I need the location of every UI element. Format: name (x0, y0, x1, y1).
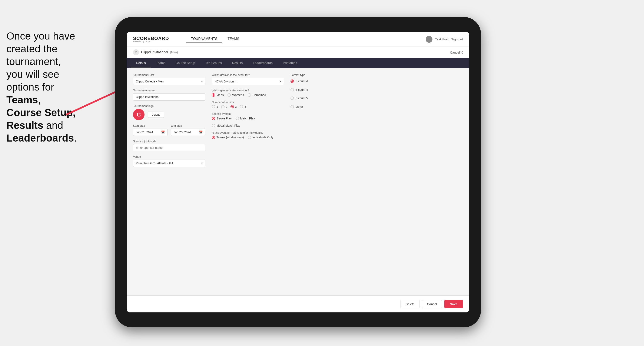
tab-printables[interactable]: Printables (278, 58, 302, 68)
format-6count4-label: 6 count 4 (296, 88, 308, 91)
scoring-stroke-option[interactable]: Stroke Play (212, 117, 232, 120)
tournament-name-input[interactable] (133, 93, 205, 101)
rounds-4-option[interactable]: 4 (240, 105, 246, 108)
gender-combined-option[interactable]: Combined (248, 93, 266, 97)
scoring-match-radio[interactable] (236, 117, 239, 120)
scoring-radio-group: Stroke Play Match Play Medal Match Play (212, 117, 284, 127)
bottom-bar: Delete Cancel Save (127, 295, 469, 312)
format-6count5-option[interactable]: 6 count 5 (290, 97, 346, 100)
main-content: Tournament Host Clippd College - Men Tou… (127, 68, 469, 297)
nav-tournaments[interactable]: TOURNAMENTS (186, 35, 222, 43)
back-icon[interactable]: C (133, 49, 139, 55)
end-date-input[interactable]: Jan 23, 2024 📅 (171, 129, 205, 136)
individuals-only-option[interactable]: Individuals Only (248, 136, 274, 139)
tournament-logo-label: Tournament logo (133, 104, 205, 108)
format-5count4-radio[interactable] (290, 79, 294, 83)
upload-button[interactable]: Upload (148, 112, 164, 118)
delete-button[interactable]: Delete (400, 300, 420, 308)
rounds-2-label: 2 (226, 105, 228, 108)
venue-select[interactable]: Peachtree GC - Atlanta - GA (133, 160, 205, 167)
division-select[interactable]: NCAA Division III (212, 78, 284, 85)
rounds-3-option[interactable]: 3 (230, 105, 237, 108)
tab-results[interactable]: Results (227, 58, 248, 68)
nav-teams[interactable]: TEAMS (222, 35, 244, 43)
end-date-label: End date (171, 124, 205, 127)
sponsor-label: Sponsor (optional) (133, 140, 205, 143)
rounds-4-label: 4 (244, 105, 246, 108)
breadcrumb-bar: C Clippd Invitational (Men) Cancel X (127, 47, 469, 58)
tab-tee-groups[interactable]: Tee Groups (200, 58, 227, 68)
format-6count5-radio[interactable] (290, 97, 294, 100)
rounds-4-radio[interactable] (240, 105, 243, 108)
tournament-host-select[interactable]: Clippd College - Men (133, 78, 205, 85)
header-nav: TOURNAMENTS TEAMS (186, 35, 244, 43)
tournament-name: Clippd Invitational (141, 50, 168, 54)
tab-teams[interactable]: Teams (151, 58, 170, 68)
date-fields-row: Start date Jan 21, 2024 📅 End date Jan 2… (133, 124, 205, 136)
scoring-match-label: Match Play (240, 117, 255, 120)
save-button[interactable]: Save (444, 300, 463, 308)
rounds-2-option[interactable]: 2 (221, 105, 228, 108)
cancel-button[interactable]: Cancel (422, 300, 442, 308)
individuals-teams-radio[interactable] (212, 136, 215, 139)
gender-womens-radio[interactable] (228, 93, 231, 97)
individuals-field: Is this event for Teams and/or Individua… (212, 131, 284, 139)
format-other-label: Other (296, 105, 303, 108)
scoring-medal-label: Medal Match Play (216, 124, 240, 127)
gender-mens-radio[interactable] (212, 93, 215, 97)
tab-leaderboards[interactable]: Leaderboards (248, 58, 278, 68)
tournament-host-field: Tournament Host Clippd College - Men (133, 73, 205, 85)
division-field: Which division is the event for? NCAA Di… (212, 73, 284, 85)
left-column: Tournament Host Clippd College - Men Tou… (133, 73, 205, 291)
format-6count4-radio[interactable] (290, 88, 294, 91)
header-right: Test User | Sign out (426, 36, 463, 43)
logo-area: SCOREBOARD Powered by clippd (133, 36, 169, 43)
gender-label: Which gender is the event for? (212, 89, 284, 92)
rounds-label: Number of rounds (212, 101, 284, 104)
gender-mens-option[interactable]: Mens (212, 93, 224, 97)
tab-course-setup[interactable]: Course Setup (170, 58, 200, 68)
middle-column: Which division is the event for? NCAA Di… (212, 73, 284, 291)
scoring-label: Scoring system (212, 112, 284, 115)
individuals-radio-group: Teams (+Individuals) Individuals Only (212, 136, 284, 139)
gender-combined-radio[interactable] (248, 93, 251, 97)
rounds-2-radio[interactable] (221, 105, 224, 108)
format-other-option[interactable]: Other (290, 105, 346, 108)
svg-line-1 (66, 89, 121, 115)
tournament-name-label: Tournament name (133, 89, 205, 92)
tab-details[interactable]: Details (131, 58, 151, 68)
individuals-teams-label: Teams (+Individuals) (216, 136, 244, 139)
format-5count4-option[interactable]: 5 count 4 (290, 79, 346, 83)
start-date-input[interactable]: Jan 21, 2024 📅 (133, 129, 168, 136)
logo-upload-area: C Upload (133, 109, 205, 120)
scoring-field: Scoring system Stroke Play Match Play (212, 112, 284, 127)
gender-womens-label: Womens (232, 93, 244, 97)
rounds-1-option[interactable]: 1 (212, 105, 218, 108)
user-sign-out-link[interactable]: Test User | Sign out (435, 37, 463, 41)
individuals-teams-option[interactable]: Teams (+Individuals) (212, 136, 244, 139)
format-6count4-option[interactable]: 6 count 4 (290, 88, 346, 91)
scoring-stroke-label: Stroke Play (216, 117, 232, 120)
cancel-top-button[interactable]: Cancel X (450, 51, 463, 54)
tablet-screen: SCOREBOARD Powered by clippd TOURNAMENTS… (127, 32, 469, 312)
rounds-1-radio[interactable] (212, 105, 215, 108)
sub-nav: Details Teams Course Setup Tee Groups Re… (127, 58, 469, 68)
rounds-1-label: 1 (216, 105, 218, 108)
end-date-field: End date Jan 23, 2024 📅 (171, 124, 205, 136)
user-avatar (426, 36, 432, 43)
venue-field: Venue Peachtree GC - Atlanta - GA (133, 155, 205, 167)
start-calendar-icon: 📅 (161, 131, 165, 134)
scoring-stroke-radio[interactable] (212, 117, 215, 120)
gender-field: Which gender is the event for? Mens Wome… (212, 89, 284, 97)
scoring-medal-option[interactable]: Medal Match Play (212, 124, 240, 127)
tournament-logo-field: Tournament logo C Upload (133, 104, 205, 120)
sponsor-input[interactable] (133, 144, 205, 151)
rounds-3-radio[interactable] (230, 105, 234, 108)
scoring-match-option[interactable]: Match Play (236, 117, 255, 120)
individuals-only-radio[interactable] (248, 136, 251, 139)
scoring-medal-radio[interactable] (212, 124, 215, 127)
division-label: Which division is the event for? (212, 73, 284, 76)
format-label: Format type (290, 73, 346, 76)
gender-womens-option[interactable]: Womens (228, 93, 244, 97)
format-other-radio[interactable] (290, 105, 294, 108)
